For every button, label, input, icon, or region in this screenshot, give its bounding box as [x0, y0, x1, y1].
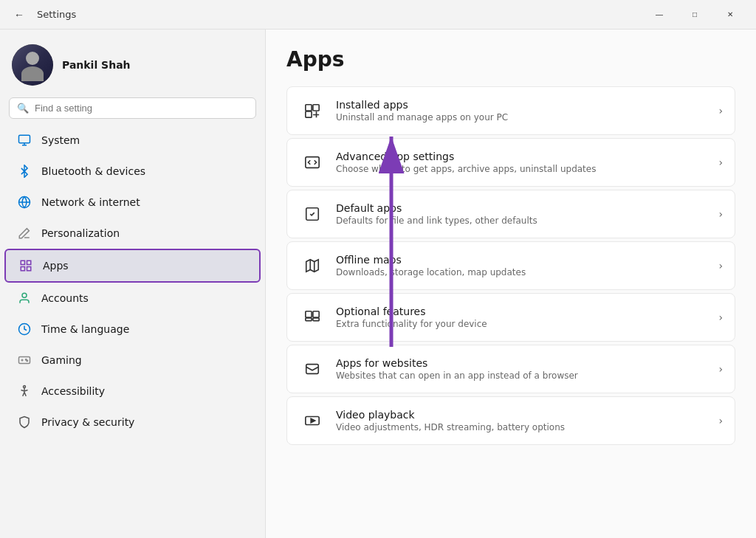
search-input[interactable]: [35, 103, 248, 114]
sidebar-item-time[interactable]: Time & language: [4, 314, 261, 345]
svg-rect-25: [313, 311, 319, 317]
minimize-button[interactable]: —: [642, 3, 676, 27]
sidebar-item-label-personalization: Personalization: [41, 227, 120, 239]
optional-features-icon: [299, 304, 326, 331]
settings-item-offline-maps[interactable]: Offline mapsDownloads, storage location,…: [286, 241, 735, 290]
offline-maps-text: Offline mapsDownloads, storage location,…: [336, 254, 708, 277]
sidebar: Pankil Shah 🔍 SystemBluetooth & devicesN…: [0, 30, 266, 538]
sidebar-item-label-time: Time & language: [41, 323, 129, 335]
main-layout: Pankil Shah 🔍 SystemBluetooth & devicesN…: [0, 30, 756, 538]
network-icon: [16, 194, 32, 210]
default-apps-icon: [299, 201, 326, 227]
default-apps-description: Defaults for file and link types, other …: [336, 215, 708, 226]
personalization-icon: [16, 225, 32, 241]
advanced-app-settings-text: Advanced app settingsChoose where to get…: [336, 151, 708, 174]
sidebar-item-accessibility[interactable]: Accessibility: [4, 376, 261, 407]
back-button[interactable]: ←: [9, 4, 30, 25]
installed-apps-text: Installed appsUninstall and manage apps …: [336, 99, 708, 123]
svg-rect-27: [313, 318, 319, 321]
svg-point-8: [22, 293, 27, 297]
system-icon: [16, 132, 32, 148]
svg-rect-17: [313, 105, 319, 111]
sidebar-item-bluetooth[interactable]: Bluetooth & devices: [4, 156, 261, 187]
offline-maps-description: Downloads, storage location, map updates: [336, 267, 708, 277]
svg-rect-28: [306, 365, 319, 374]
close-button[interactable]: ✕: [713, 3, 747, 27]
privacy-icon: [16, 414, 32, 430]
installed-apps-description: Uninstall and manage apps on your PC: [336, 112, 708, 123]
chevron-right-icon: ›: [718, 208, 723, 220]
sidebar-nav: SystemBluetooth & devicesNetwork & inter…: [0, 125, 265, 438]
chevron-right-icon: ›: [718, 311, 723, 323]
settings-item-video-playback[interactable]: Video playbackVideo adjustments, HDR str…: [286, 396, 735, 445]
sidebar-item-privacy[interactable]: Privacy & security: [4, 407, 261, 438]
default-apps-title: Default apps: [336, 202, 708, 214]
chevron-right-icon: ›: [718, 363, 723, 375]
advanced-app-settings-description: Choose where to get apps, archive apps, …: [336, 164, 708, 174]
settings-item-installed-apps[interactable]: Installed appsUninstall and manage apps …: [286, 86, 735, 135]
sidebar-item-network[interactable]: Network & internet: [4, 187, 261, 218]
search-box[interactable]: 🔍: [9, 97, 256, 119]
sidebar-item-label-network: Network & internet: [41, 196, 140, 208]
svg-point-14: [27, 360, 28, 362]
sidebar-item-label-system: System: [41, 134, 80, 146]
content-area: Apps Installed appsUninstall and manage …: [266, 30, 756, 538]
sidebar-item-personalization[interactable]: Personalization: [4, 218, 261, 249]
svg-marker-21: [306, 260, 319, 272]
user-name: Pankil Shah: [62, 59, 131, 71]
apps-for-websites-title: Apps for websites: [336, 357, 708, 369]
svg-rect-18: [306, 111, 312, 117]
installed-apps-title: Installed apps: [336, 99, 708, 111]
sidebar-item-label-bluetooth: Bluetooth & devices: [41, 165, 145, 177]
sidebar-item-label-accessibility: Accessibility: [41, 385, 105, 397]
settings-item-default-apps[interactable]: Default appsDefaults for file and link t…: [286, 190, 735, 238]
svg-rect-7: [27, 267, 31, 271]
optional-features-title: Optional features: [336, 306, 708, 317]
settings-list: Installed appsUninstall and manage apps …: [286, 86, 735, 445]
optional-features-text: Optional featuresExtra functionality for…: [336, 306, 708, 329]
avatar: [12, 44, 53, 86]
maximize-button[interactable]: □: [678, 3, 712, 27]
chevron-right-icon: ›: [718, 415, 723, 427]
settings-item-advanced-app-settings[interactable]: Advanced app settingsChoose where to get…: [286, 138, 735, 187]
apps-for-websites-icon: [299, 356, 326, 382]
video-playback-title: Video playback: [336, 409, 708, 421]
time-icon: [16, 321, 32, 337]
sidebar-item-apps[interactable]: Apps: [4, 249, 261, 283]
advanced-app-settings-icon: [299, 149, 326, 176]
sidebar-item-label-accounts: Accounts: [41, 292, 89, 304]
svg-rect-5: [27, 261, 31, 264]
bluetooth-icon: [16, 163, 32, 179]
installed-apps-icon: [299, 97, 326, 124]
chevron-right-icon: ›: [718, 260, 723, 272]
svg-rect-0: [19, 135, 30, 143]
svg-marker-30: [311, 418, 315, 423]
title-bar-left: ← Settings: [9, 4, 642, 25]
sidebar-item-accounts[interactable]: Accounts: [4, 283, 261, 314]
search-icon: 🔍: [17, 103, 29, 114]
sidebar-item-label-gaming: Gaming: [41, 354, 82, 366]
title-bar: ← Settings — □ ✕: [0, 0, 756, 30]
svg-rect-24: [306, 311, 312, 317]
sidebar-item-gaming[interactable]: Gaming: [4, 345, 261, 376]
sidebar-item-system[interactable]: System: [4, 125, 261, 156]
svg-rect-4: [21, 261, 24, 264]
user-profile: Pankil Shah: [0, 35, 265, 97]
video-playback-text: Video playbackVideo adjustments, HDR str…: [336, 409, 708, 432]
video-playback-description: Video adjustments, HDR streaming, batter…: [336, 422, 708, 432]
offline-maps-icon: [299, 252, 326, 279]
window-controls: — □ ✕: [642, 3, 747, 27]
apps-for-websites-description: Websites that can open in an app instead…: [336, 370, 708, 381]
svg-point-15: [24, 386, 26, 388]
svg-rect-6: [21, 267, 24, 271]
settings-item-apps-for-websites[interactable]: Apps for websitesWebsites that can open …: [286, 345, 735, 393]
video-playback-icon: [299, 407, 326, 434]
svg-rect-10: [19, 357, 30, 364]
accessibility-icon: [16, 383, 32, 399]
page-title: Apps: [286, 47, 735, 72]
default-apps-text: Default appsDefaults for file and link t…: [336, 202, 708, 226]
settings-item-optional-features[interactable]: Optional featuresExtra functionality for…: [286, 293, 735, 342]
svg-rect-26: [306, 318, 312, 321]
sidebar-item-label-apps: Apps: [43, 260, 69, 272]
chevron-right-icon: ›: [718, 105, 723, 117]
